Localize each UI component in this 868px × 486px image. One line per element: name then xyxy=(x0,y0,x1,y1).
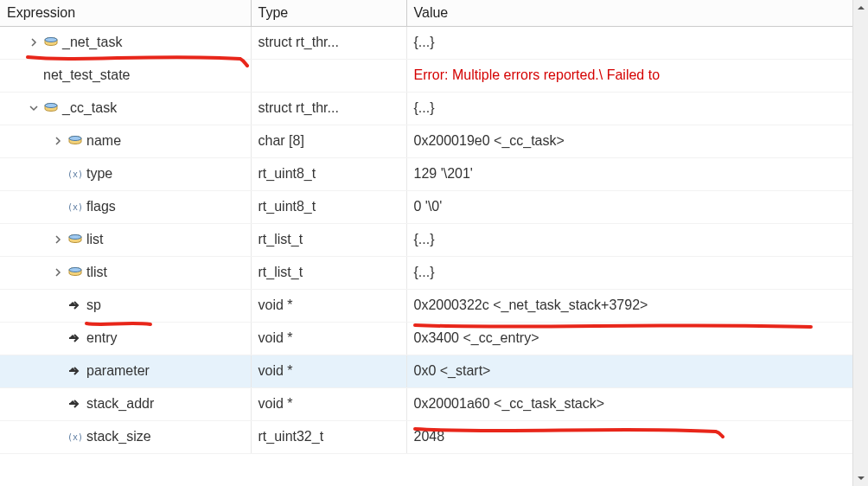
type-cell: void * xyxy=(251,289,406,322)
svg-point-11 xyxy=(69,268,81,272)
expression-name: stack_addr xyxy=(86,396,154,412)
type-cell: char [8] xyxy=(251,125,406,157)
expression-name: flags xyxy=(86,199,116,214)
value-cell: 0 '\0' xyxy=(406,190,868,223)
value-cell: 0x0 <_start> xyxy=(406,355,868,387)
table-row[interactable]: stack_addrvoid *0x20001a60 <_cc_task_sta… xyxy=(0,387,868,420)
struct-icon xyxy=(67,134,83,148)
type-cell: struct rt_thr... xyxy=(251,92,406,125)
svg-point-5 xyxy=(69,137,81,141)
type-cell: rt_uint32_t xyxy=(251,420,406,453)
svg-text:(x)=: (x)= xyxy=(67,432,83,442)
table-row[interactable]: parametervoid *0x0 <_start> xyxy=(0,355,868,387)
value-cell: 0x200019e0 <_cc_task> xyxy=(406,125,868,157)
type-cell: struct rt_thr... xyxy=(251,26,406,59)
type-cell: void * xyxy=(251,387,406,420)
scroll-up-button[interactable] xyxy=(853,0,868,16)
value-cell: 129 '\201' xyxy=(406,157,868,190)
svg-point-1 xyxy=(45,38,57,42)
expression-name: tlist xyxy=(86,265,107,280)
struct-icon xyxy=(67,233,83,246)
table-row[interactable]: (x)=stack_sizert_uint32_t2048 xyxy=(0,420,868,453)
variable-icon: (x)= xyxy=(67,200,83,214)
variable-icon: (x)= xyxy=(67,430,83,444)
type-cell: rt_list_t xyxy=(251,223,406,256)
value-cell: Error: Multiple errors reported.\ Failed… xyxy=(406,59,868,92)
table-row[interactable]: namechar [8]0x200019e0 <_cc_task> xyxy=(0,125,868,157)
table-row[interactable]: net_test_stateError: Multiple errors rep… xyxy=(0,59,868,92)
table-row[interactable]: tlistrt_list_t{...} xyxy=(0,256,868,289)
svg-point-9 xyxy=(69,235,81,240)
expression-name: stack_size xyxy=(86,429,151,444)
col-header-expression[interactable]: Expression xyxy=(0,0,251,26)
svg-point-3 xyxy=(45,104,57,108)
table-row[interactable]: spvoid *0x2000322c <_net_task_stack+3792… xyxy=(0,289,868,322)
table-row[interactable]: listrt_list_t{...} xyxy=(0,223,868,256)
type-cell: void * xyxy=(251,322,406,355)
col-header-type[interactable]: Type xyxy=(251,0,406,26)
pointer-icon xyxy=(67,397,83,411)
expression-name: type xyxy=(86,166,112,182)
expression-name: parameter xyxy=(86,363,150,379)
value-cell: 2048 xyxy=(406,420,868,453)
value-cell: {...} xyxy=(406,223,868,256)
value-cell: {...} xyxy=(406,256,868,289)
type-cell: rt_list_t xyxy=(251,256,406,289)
pointer-icon xyxy=(67,331,83,345)
svg-text:(x)=: (x)= xyxy=(67,169,83,179)
pointer-icon xyxy=(67,364,83,378)
table-row[interactable]: _cc_taskstruct rt_thr...{...} xyxy=(0,92,868,125)
vertical-scrollbar[interactable] xyxy=(852,0,868,486)
struct-icon xyxy=(67,265,83,279)
table-row[interactable]: (x)=typert_uint8_t129 '\201' xyxy=(0,157,868,190)
chevron-right-icon[interactable] xyxy=(28,36,40,48)
value-cell: 0x3400 <_cc_entry> xyxy=(406,322,868,355)
table-header-row: Expression Type Value xyxy=(0,0,868,26)
expression-name: name xyxy=(86,133,121,149)
table-row[interactable]: entryvoid *0x3400 <_cc_entry> xyxy=(0,322,868,355)
expression-name: net_test_state xyxy=(43,67,131,83)
variables-table: Expression Type Value _net_taskstruct rt… xyxy=(0,0,868,454)
expression-name: list xyxy=(86,232,104,247)
expression-name: entry xyxy=(86,330,118,346)
struct-icon xyxy=(43,101,59,115)
chevron-down-icon[interactable] xyxy=(28,102,40,114)
value-cell: {...} xyxy=(406,26,868,59)
type-cell xyxy=(251,59,406,92)
col-header-value[interactable]: Value xyxy=(406,0,868,26)
type-cell: rt_uint8_t xyxy=(251,157,406,190)
value-cell: 0x2000322c <_net_task_stack+3792> xyxy=(406,289,868,322)
type-cell: rt_uint8_t xyxy=(251,190,406,223)
chevron-right-icon[interactable] xyxy=(52,135,64,147)
table-row[interactable]: (x)=flagsrt_uint8_t0 '\0' xyxy=(0,190,868,223)
expression-name: _net_task xyxy=(62,35,122,50)
value-cell: {...} xyxy=(406,92,868,125)
scroll-down-button[interactable] xyxy=(853,470,868,486)
expression-name: _cc_task xyxy=(62,100,117,116)
expression-name: sp xyxy=(86,297,101,313)
chevron-right-icon[interactable] xyxy=(52,266,64,278)
variable-icon: (x)= xyxy=(67,167,83,181)
chevron-right-icon[interactable] xyxy=(52,233,64,246)
type-cell: void * xyxy=(251,355,406,387)
table-row[interactable]: _net_taskstruct rt_thr...{...} xyxy=(0,26,868,59)
value-cell: 0x20001a60 <_cc_task_stack> xyxy=(406,387,868,420)
pointer-icon xyxy=(67,298,83,312)
svg-text:(x)=: (x)= xyxy=(67,202,83,212)
struct-icon xyxy=(43,35,59,49)
